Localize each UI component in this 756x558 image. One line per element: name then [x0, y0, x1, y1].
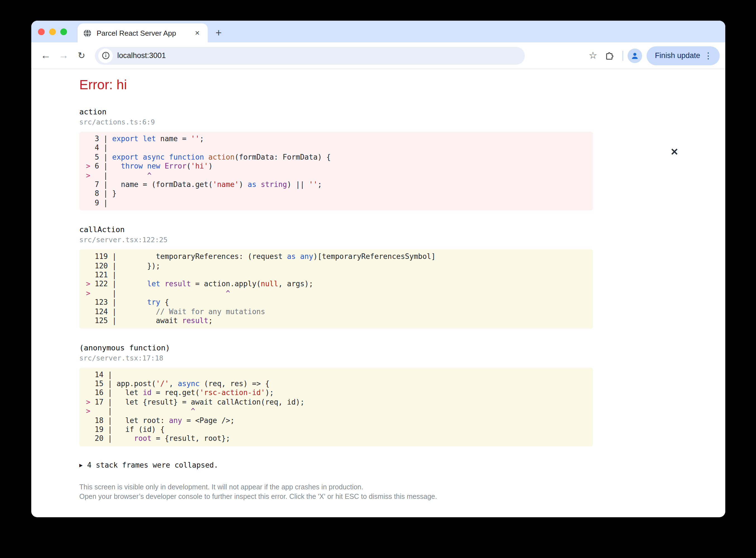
code-line: 4| — [86, 144, 593, 153]
frame-file-location: src/actions.ts:6:9 — [79, 118, 725, 126]
overlay-footer: This screen is visible only in developme… — [79, 483, 725, 502]
macos-traffic-lights — [38, 21, 67, 43]
desktop: Parcel React Server App ✕ + ← → ↻ localh… — [0, 0, 756, 558]
code-line: >| ^ — [86, 289, 593, 298]
forward-button[interactable]: → — [56, 48, 71, 64]
code-line: 121| — [86, 271, 593, 280]
code-line: >122| let result = action.apply(null, ar… — [86, 280, 593, 289]
tab-strip: Parcel React Server App ✕ + — [31, 21, 725, 43]
code-line: >| ^ — [86, 407, 593, 416]
code-line: >6| throw new Error('hi') — [86, 162, 593, 171]
person-icon — [630, 51, 639, 60]
overlay-content: Error: hi actionsrc/actions.ts:6:9 3|exp… — [31, 69, 725, 502]
site-info-icon[interactable] — [98, 48, 113, 63]
footer-line-2: Open your browser’s developer console to… — [79, 492, 725, 502]
code-line: 123| try { — [86, 298, 593, 307]
address-bar[interactable]: localhost:3001 — [95, 47, 525, 65]
toolbar-divider — [623, 51, 623, 60]
code-line: 8|} — [86, 189, 593, 199]
error-overlay-page: ✕ Error: hi actionsrc/actions.ts:6:9 3|e… — [31, 69, 725, 517]
code-line: >17| let {result} = await callAction(req… — [86, 398, 593, 407]
bookmark-star-icon[interactable]: ☆ — [585, 47, 601, 64]
code-line: 14| — [86, 370, 593, 379]
frame-function-name: action — [79, 107, 725, 116]
finish-update-label: Finish update — [655, 51, 700, 60]
frame-function-name: (anonymous function) — [79, 343, 725, 352]
tab-close-icon[interactable]: ✕ — [193, 28, 202, 38]
collapsed-frames-toggle[interactable]: ▶ 4 stack frames were collapsed. — [79, 461, 725, 469]
profile-avatar[interactable] — [628, 48, 642, 63]
code-line: 19| if (id) { — [86, 425, 593, 434]
code-line: 3|export let name = ''; — [86, 134, 593, 144]
stack-frames: actionsrc/actions.ts:6:9 3|export let na… — [79, 107, 725, 447]
new-tab-button[interactable]: + — [216, 27, 222, 39]
tab-title: Parcel React Server App — [97, 29, 193, 37]
frame-file-location: src/server.tsx:122:25 — [79, 236, 725, 244]
finish-update-button[interactable]: Finish update ⋮ — [647, 46, 720, 65]
code-line: >| ^ — [86, 171, 593, 180]
browser-toolbar: ← → ↻ localhost:3001 ☆ — [31, 43, 725, 69]
reload-button[interactable]: ↻ — [74, 48, 89, 64]
stack-frame: (anonymous function)src/server.tsx:17:18… — [79, 343, 725, 447]
code-line: 20| root = {result, root}; — [86, 434, 593, 443]
collapsed-frames-label: 4 stack frames were collapsed. — [87, 461, 218, 469]
stack-frame: callActionsrc/server.tsx:122:25 119| tem… — [79, 225, 725, 329]
code-line: 5|export async function action(formData:… — [86, 153, 593, 162]
code-line: 119| temporaryReferences: (request as an… — [86, 253, 593, 262]
back-button[interactable]: ← — [38, 48, 54, 64]
close-window-button[interactable] — [38, 28, 45, 35]
browser-window: Parcel React Server App ✕ + ← → ↻ localh… — [31, 21, 725, 517]
error-title: Error: hi — [79, 77, 725, 93]
browser-menu-icon[interactable]: ⋮ — [700, 51, 716, 60]
code-line: 18| let root: any = <Page />; — [86, 416, 593, 425]
code-line: 7| name = (formData.get('name') as strin… — [86, 180, 593, 189]
footer-line-1: This screen is visible only in developme… — [79, 483, 725, 492]
code-frame: 119| temporaryReferences: (request as an… — [79, 250, 593, 329]
code-line: 15|app.post('/', async (req, res) => { — [86, 379, 593, 389]
zoom-window-button[interactable] — [60, 28, 67, 35]
minimize-window-button[interactable] — [49, 28, 56, 35]
code-line: 16| let id = req.get('rsc-action-id'); — [86, 389, 593, 398]
expand-triangle-icon: ▶ — [79, 462, 83, 468]
stack-frame: actionsrc/actions.ts:6:9 3|export let na… — [79, 107, 725, 211]
code-frame: 3|export let name = ''; 4| 5|export asyn… — [79, 132, 593, 211]
overlay-close-button[interactable]: ✕ — [670, 146, 679, 158]
code-frame: 14| 15|app.post('/', async (req, res) =>… — [79, 367, 593, 447]
browser-tab[interactable]: Parcel React Server App ✕ — [78, 23, 208, 43]
code-line: 9| — [86, 199, 593, 208]
frame-function-name: callAction — [79, 225, 725, 234]
code-line: 125| await result; — [86, 316, 593, 326]
code-line: 124| // Wait for any mutations — [86, 307, 593, 316]
extensions-puzzle-icon[interactable] — [601, 47, 618, 64]
frame-file-location: src/server.tsx:17:18 — [79, 354, 725, 362]
code-line: 120| }); — [86, 261, 593, 271]
url-text[interactable]: localhost:3001 — [117, 51, 166, 60]
globe-favicon-icon — [83, 29, 92, 37]
